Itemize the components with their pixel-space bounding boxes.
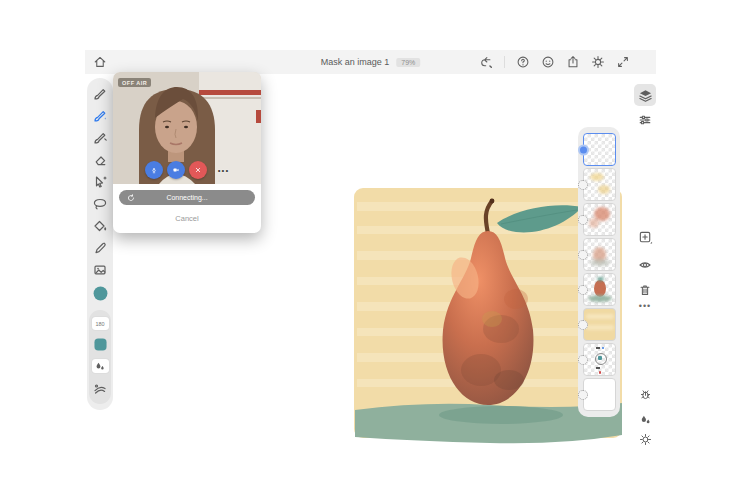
layers-icon <box>638 88 653 103</box>
connecting-label: Connecting... <box>166 194 207 201</box>
end-call-button[interactable] <box>189 161 207 179</box>
call-more-options-button[interactable]: ••• <box>218 166 229 175</box>
color-circle <box>93 286 108 301</box>
layer-more-options-button[interactable]: ••• <box>634 295 656 317</box>
fresco-app-window: Mask an image 1 79% <box>0 0 741 486</box>
move-tool[interactable] <box>92 174 108 190</box>
water-flow-button[interactable] <box>92 359 109 373</box>
live-brush-tool[interactable] <box>92 108 108 124</box>
spinner-icon <box>127 194 135 202</box>
layer-4-handle[interactable] <box>578 250 588 260</box>
fullscreen-icon <box>616 55 630 69</box>
layer-3-handle[interactable] <box>578 215 588 225</box>
layer-thumbnail-2[interactable] <box>583 168 616 201</box>
image-icon <box>92 262 108 278</box>
layer-visibility-button[interactable] <box>634 254 656 276</box>
paint-brush-icon <box>92 86 108 102</box>
gear-icon <box>639 433 652 446</box>
layer-thumbnail-8[interactable] <box>583 378 616 411</box>
eyedropper-tool[interactable] <box>92 240 108 256</box>
color-droplets-icon <box>639 413 652 426</box>
eyedropper-icon <box>92 240 108 256</box>
lasso-icon <box>92 196 108 212</box>
livestream-button[interactable] <box>541 55 555 69</box>
feedback-button[interactable] <box>634 383 656 405</box>
tool-rail: 180 <box>87 78 113 410</box>
add-layer-icon <box>638 230 653 245</box>
brush-size-field[interactable]: 180 <box>92 317 109 330</box>
layer-8-handle[interactable] <box>578 390 588 400</box>
paint-brush-tool[interactable] <box>92 86 108 102</box>
microphone-button[interactable] <box>145 161 163 179</box>
layer-thumbnail-4[interactable] <box>583 238 616 271</box>
layer-thumbnail-6[interactable] <box>583 308 616 341</box>
layer-7-handle[interactable] <box>578 355 588 365</box>
visibility-eye-icon <box>638 258 652 272</box>
layer-5-handle[interactable] <box>578 285 588 295</box>
layers-filmstrip <box>578 127 620 417</box>
move-cursor-icon <box>92 174 108 190</box>
layer-properties-icon <box>638 113 652 127</box>
water-droplets-icon <box>94 360 106 372</box>
fullscreen-button[interactable] <box>616 55 630 69</box>
publish-export-button[interactable] <box>566 55 580 69</box>
mixer-brush-icon <box>92 130 108 146</box>
add-layer-button[interactable] <box>634 226 656 248</box>
help-icon <box>516 55 530 69</box>
brush-settings-panel: 180 <box>89 310 111 404</box>
layer-thumbnail-7[interactable] <box>583 343 616 376</box>
camera-icon <box>173 165 179 175</box>
fill-bucket-icon <box>92 218 108 234</box>
layer-thumbnail-1[interactable] <box>583 133 616 166</box>
camera-button[interactable] <box>167 161 185 179</box>
undo-button[interactable] <box>479 55 493 69</box>
help-button[interactable] <box>516 55 530 69</box>
microphone-icon <box>151 166 157 175</box>
publish-export-icon <box>566 55 580 69</box>
document-title-group: Mask an image 1 79% <box>321 50 421 74</box>
active-color-well[interactable] <box>93 286 108 301</box>
connecting-status-pill: Connecting... <box>119 190 255 205</box>
feedback-bug-icon <box>639 388 652 401</box>
pear-shadow <box>439 406 563 424</box>
cancel-button[interactable]: Cancel <box>113 214 261 223</box>
brush-smoothing-icon <box>92 381 108 397</box>
home-button[interactable] <box>93 55 107 69</box>
zoom-level-badge: 79% <box>396 58 420 67</box>
layer-thumbnail-3[interactable] <box>583 203 616 236</box>
ellipsis-icon: ••• <box>639 301 651 311</box>
layer-properties-tab[interactable] <box>634 109 656 131</box>
layer-6-handle[interactable] <box>578 320 588 330</box>
settings-gear-icon <box>591 55 605 69</box>
close-x-icon <box>195 166 201 174</box>
livestream-face-icon <box>541 55 555 69</box>
place-image-tool[interactable] <box>92 262 108 278</box>
stem-tip <box>490 199 495 204</box>
lasso-select-tool[interactable] <box>92 196 108 212</box>
video-call-popup[interactable]: OFF AIR <box>113 72 261 233</box>
live-brush-icon <box>92 108 108 124</box>
eraser-tool[interactable] <box>92 152 108 168</box>
fill-tool[interactable] <box>92 218 108 234</box>
home-icon <box>93 55 107 69</box>
top-bar-actions <box>479 55 630 69</box>
settings-button[interactable] <box>591 55 605 69</box>
color-swatch[interactable] <box>94 338 107 351</box>
swatch-square <box>94 338 107 351</box>
layer-thumbnail-5[interactable] <box>583 273 616 306</box>
call-controls: ••• <box>113 161 261 179</box>
app-settings-button[interactable] <box>634 428 656 450</box>
eraser-icon <box>92 152 108 168</box>
off-air-badge: OFF AIR <box>118 78 151 87</box>
color-adjust-button[interactable] <box>634 408 656 430</box>
brush-smoothing-button[interactable] <box>92 381 108 397</box>
layers-panel-tab[interactable] <box>634 84 656 106</box>
top-bar: Mask an image 1 79% <box>85 50 656 74</box>
webcam-preview: OFF AIR <box>113 72 261 184</box>
top-bar-divider <box>504 56 505 68</box>
document-title: Mask an image 1 <box>321 57 390 67</box>
layer-1-handle[interactable] <box>578 144 589 155</box>
undo-icon <box>479 55 493 69</box>
layer-2-handle[interactable] <box>578 180 588 190</box>
mixer-brush-tool[interactable] <box>92 130 108 146</box>
